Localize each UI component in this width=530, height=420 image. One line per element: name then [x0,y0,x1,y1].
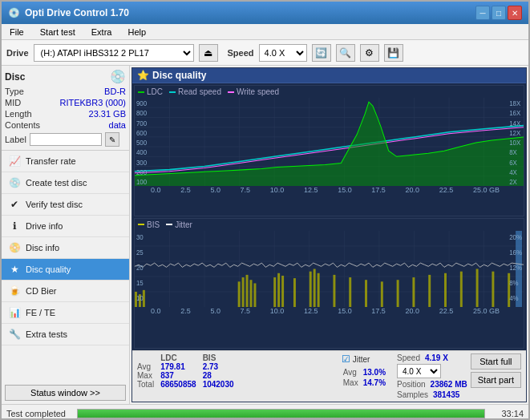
max-label: Max [137,371,160,380]
status-window-button[interactable]: Status window >> [5,385,126,401]
svg-rect-63 [281,275,284,306]
avg-bis-value: 2.73 [203,362,241,371]
scan-button[interactable]: 🔍 [336,44,355,62]
disc-type-row: Type BD-R [5,86,126,97]
sidebar-item-disc-info[interactable]: 📀 Disc info [2,237,129,259]
svg-text:15: 15 [136,279,144,286]
progress-bar-container [77,409,485,418]
svg-rect-67 [318,273,320,306]
menu-extra[interactable]: Extra [87,26,117,38]
jitter-checkbox-icon[interactable]: ☑ [342,353,350,365]
close-button[interactable]: ✕ [508,6,522,20]
sidebar-item-verify-test-disc[interactable]: ✔ Verify test disc [2,194,129,216]
refresh-button[interactable]: 🔄 [312,44,331,62]
jitter-avg-label: Avg [343,368,358,377]
start-full-button[interactable]: Start full [471,353,521,370]
sidebar-item-create-test-disc[interactable]: 💿 Create test disc [2,172,129,194]
title-bar-left: 💿 Opti Drive Control 1.70 [8,7,129,18]
menu-help[interactable]: Help [123,26,151,38]
sidebar-item-disc-quality[interactable]: ★ Disc quality [2,259,129,281]
disc-contents-value: data [109,120,126,130]
svg-text:600: 600 [136,130,148,137]
speed-select[interactable]: 4.0 X [259,44,307,62]
speed-mode-select[interactable]: 4.0 X [397,364,441,378]
svg-text:20: 20 [136,264,144,271]
disc-length-row: Length 23.31 GB [5,108,126,119]
ldc-color-dot [138,91,144,93]
progress-bar [78,410,484,418]
sidebar-item-label: CD Bier [26,286,57,296]
svg-rect-69 [349,277,351,307]
bottom-chart: BIS Jitter [134,218,524,349]
samples-label: Samples [397,390,428,399]
sidebar-item-drive-info[interactable]: ℹ Drive info [2,216,129,237]
eject-button[interactable]: ⏏ [199,44,218,62]
speed-avg-label: Speed [397,353,420,362]
total-ldc-value: 68650858 [160,380,203,389]
drive-select[interactable]: (H:) ATAPI iHBS312 2 PL17 [34,44,194,62]
svg-text:500: 500 [136,139,148,147]
jitter-max-value: 14.7% [360,378,386,387]
disc-type-value: BD-R [104,87,126,96]
svg-rect-58 [246,274,249,306]
minimize-button[interactable]: ─ [475,6,490,20]
toolbar: Drive (H:) ATAPI iHBS312 2 PL17 ⏏ Speed … [2,40,528,66]
menu-file[interactable]: File [5,26,29,38]
svg-text:8%: 8% [509,279,518,286]
status-bar: Test completed 33:14 [2,404,528,420]
sidebar-item-transfer-rate[interactable]: 📈 Transfer rate [2,151,129,172]
sidebar-item-label: Disc quality [26,265,71,274]
speed-label: Speed [228,48,254,58]
sidebar-item-cd-bier[interactable]: 🍺 CD Bier [2,281,129,302]
sidebar-item-label: Extra tests [26,329,67,339]
title-bar: 💿 Opti Drive Control 1.70 ─ □ ✕ [2,2,528,24]
svg-text:16%: 16% [509,248,522,256]
disc-info-icon: 📀 [8,241,21,254]
action-buttons: Start full Start part [471,353,521,388]
drive-label: Drive [6,48,29,58]
disc-length-value: 23.31 GB [89,109,126,119]
disc-icon: 💿 [110,69,126,84]
jitter-section: ☑ Jitter Avg 13.0% Max 14.7% [342,353,387,389]
sidebar-item-extra-tests[interactable]: 🔧 Extra tests [2,324,129,345]
bis-color-dot [138,224,144,225]
title-bar-controls: ─ □ ✕ [475,6,522,20]
disc-label-label: Label [5,135,26,144]
disc-contents-row: Contents data [5,119,126,131]
settings-button[interactable]: ⚙ [360,44,379,62]
create-test-disc-icon: 💿 [8,176,21,189]
disc-length-label: Length [5,109,32,119]
svg-rect-59 [250,280,253,307]
top-chart-svg: 900 800 700 600 500 400 300 200 100 18X … [135,98,524,186]
svg-text:100: 100 [136,179,148,186]
sidebar-item-label: Disc info [26,243,59,252]
svg-text:20%: 20% [509,233,522,240]
jitter-label: Jitter [175,220,192,229]
svg-text:300: 300 [136,159,148,166]
start-part-button[interactable]: Start part [471,372,521,388]
svg-rect-65 [310,271,312,306]
disc-label-input[interactable] [30,133,102,146]
svg-rect-75 [444,273,447,306]
app-icon: 💿 [8,7,20,18]
bottom-chart-svg: 30 25 20 15 10 20% 16% 12% 8% 4% [135,231,524,307]
avg-ldc-value: 179.81 [160,362,203,371]
svg-rect-76 [460,271,463,306]
quality-icon: ⭐ [137,70,149,81]
ldc-col-header: LDC [160,353,203,362]
sidebar-item-fe-te[interactable]: 📊 FE / TE [2,302,129,324]
disc-section: Disc 💿 Type BD-R MID RITEKBR3 (000) Leng… [2,66,129,151]
jitter-stats-table: Avg 13.0% Max 14.7% [342,366,387,389]
bis-col-header: BIS [203,353,241,362]
svg-text:8X: 8X [509,149,517,156]
svg-text:16X: 16X [509,110,521,117]
disc-contents-label: Contents [5,120,40,130]
extra-tests-icon: 🔧 [8,328,21,341]
svg-text:4%: 4% [509,294,518,301]
label-edit-button[interactable]: ✎ [105,132,119,147]
save-button[interactable]: 💾 [384,44,403,62]
menu-start-test[interactable]: Start test [35,26,80,38]
app-title: Opti Drive Control 1.70 [25,7,129,18]
top-legend: LDC Read speed Write speed [135,86,524,98]
maximize-button[interactable]: □ [492,6,506,20]
